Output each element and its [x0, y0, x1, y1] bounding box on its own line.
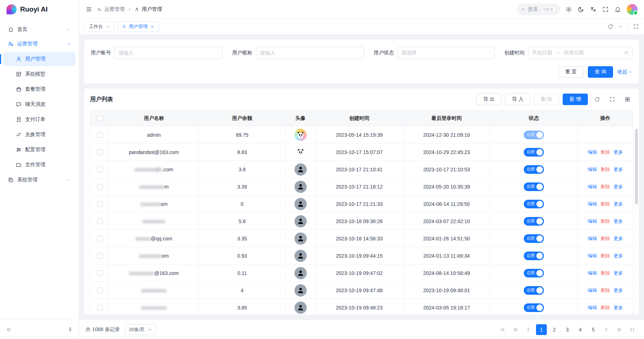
status-toggle[interactable]: 启用 — [524, 182, 544, 191]
delete-link[interactable]: 删除 — [601, 184, 610, 189]
export-button[interactable]: 导 出 — [476, 94, 501, 105]
status-toggle[interactable]: 启用 — [524, 148, 544, 157]
edit-link[interactable]: 编辑 — [588, 270, 597, 276]
prev-page-icon[interactable] — [523, 324, 534, 335]
settings-icon[interactable] — [566, 6, 572, 13]
status-toggle[interactable]: 启用 — [524, 131, 544, 139]
status-select[interactable]: 请选择 — [397, 47, 495, 59]
edit-link[interactable]: 编辑 — [588, 201, 597, 207]
add-button[interactable]: 新 增 — [563, 94, 588, 105]
edit-link[interactable]: 编辑 — [588, 149, 597, 155]
delete-link[interactable]: 删除 — [601, 236, 610, 241]
collapse-filter-link[interactable]: 收起 — [617, 69, 632, 75]
edit-link[interactable]: 编辑 — [588, 288, 597, 293]
sidebar-item-model[interactable]: 系统模型 — [4, 67, 75, 81]
more-link[interactable]: 更多 — [614, 218, 623, 224]
status-toggle[interactable]: 启用 — [524, 269, 544, 277]
status-toggle[interactable]: 启用 — [524, 234, 544, 243]
prev-5-pages-icon[interactable] — [510, 324, 521, 335]
first-page-icon[interactable] — [497, 324, 508, 335]
select-all-checkbox[interactable] — [97, 116, 103, 121]
sidebar-item-order[interactable]: 支付订单 — [4, 112, 75, 127]
account-input[interactable] — [114, 47, 222, 59]
page-button-3[interactable]: 3 — [562, 324, 573, 335]
refresh-tab-icon[interactable] — [608, 24, 613, 30]
delete-button[interactable]: 删 除 — [534, 94, 559, 105]
delete-link[interactable]: 删除 — [601, 253, 610, 258]
tab-options-icon[interactable] — [618, 24, 623, 29]
row-checkbox[interactable] — [97, 167, 103, 172]
delete-link[interactable]: 删除 — [601, 149, 610, 155]
status-toggle[interactable]: 启用 — [524, 303, 544, 312]
delete-link[interactable]: 删除 — [601, 270, 610, 276]
reset-button[interactable]: 重 置 — [558, 66, 584, 78]
status-toggle[interactable]: 启用 — [524, 252, 544, 260]
delete-link[interactable]: 删除 — [601, 305, 610, 310]
delete-link[interactable]: 删除 — [601, 201, 610, 207]
more-link[interactable]: 更多 — [614, 149, 623, 155]
sidebar-item-config[interactable]: 配置管理 — [4, 143, 75, 157]
delete-link[interactable]: 删除 — [601, 288, 610, 293]
column-settings-icon[interactable] — [622, 94, 633, 105]
more-link[interactable]: 更多 — [614, 270, 623, 276]
row-checkbox[interactable] — [97, 305, 103, 311]
last-page-icon[interactable] — [627, 324, 638, 335]
close-icon[interactable] — [105, 24, 110, 29]
close-icon[interactable] — [150, 24, 154, 29]
page-button-1[interactable]: 1 — [536, 324, 547, 335]
fullscreen-icon[interactable] — [602, 6, 609, 13]
row-checkbox[interactable] — [97, 149, 103, 155]
more-link[interactable]: 更多 — [614, 167, 623, 172]
more-link[interactable]: 更多 — [614, 236, 623, 241]
sidebar-item-system[interactable]: 系统管理 — [4, 173, 75, 187]
delete-link[interactable]: 删除 — [601, 167, 610, 172]
page-size-select[interactable]: 20条/页 — [125, 324, 156, 335]
bell-icon[interactable] — [614, 6, 621, 13]
table-fullscreen-icon[interactable] — [607, 94, 618, 105]
delete-link[interactable]: 删除 — [601, 218, 610, 224]
app-logo[interactable]: Ruoyi AI — [0, 0, 79, 19]
global-search[interactable]: 搜索 Ctrl K — [517, 4, 560, 15]
status-toggle[interactable]: 启用 — [524, 200, 544, 208]
user-avatar[interactable] — [627, 4, 638, 15]
row-checkbox[interactable] — [97, 288, 103, 293]
row-checkbox[interactable] — [97, 132, 103, 138]
edit-link[interactable]: 编辑 — [588, 167, 597, 172]
edit-link[interactable]: 编辑 — [588, 236, 597, 241]
nickname-input[interactable] — [256, 47, 364, 59]
row-checkbox[interactable] — [97, 236, 103, 241]
pin-sidebar-icon[interactable] — [67, 327, 73, 333]
page-button-5[interactable]: 5 — [588, 324, 599, 335]
row-checkbox[interactable] — [97, 201, 103, 207]
status-toggle[interactable]: 启用 — [524, 217, 544, 226]
tab-user-management[interactable]: 用户管理 — [117, 21, 159, 32]
status-toggle[interactable]: 启用 — [524, 286, 544, 295]
import-button[interactable]: 导 入 — [505, 94, 530, 105]
sidebar-item-operations[interactable]: 运营管理 — [4, 37, 75, 51]
sidebar-item-folder[interactable]: 文件管理 — [4, 158, 75, 172]
more-link[interactable]: 更多 — [614, 253, 623, 258]
more-link[interactable]: 更多 — [614, 184, 623, 189]
content-fullscreen-icon[interactable] — [633, 24, 639, 30]
row-checkbox[interactable] — [97, 253, 103, 259]
row-checkbox[interactable] — [97, 184, 103, 190]
breadcrumb-parent[interactable]: 运营管理 — [104, 6, 125, 13]
menu-toggle-icon[interactable] — [86, 6, 92, 13]
translate-icon[interactable] — [590, 6, 596, 13]
edit-link[interactable]: 编辑 — [588, 253, 597, 258]
sidebar-item-chat[interactable]: 聊天消息 — [4, 97, 75, 112]
sidebar-item-package[interactable]: 套餐管理 — [4, 82, 75, 96]
tab-workbench[interactable]: 工作台 — [84, 21, 114, 32]
status-toggle[interactable]: 启用 — [524, 165, 544, 174]
next-5-pages-icon[interactable] — [614, 324, 625, 335]
next-page-icon[interactable] — [601, 324, 612, 335]
query-button[interactable]: 查 询 — [588, 66, 613, 78]
page-button-4[interactable]: 4 — [575, 324, 586, 335]
sidebar-item-person[interactable]: 用户管理 — [4, 52, 75, 66]
vertical-scrollbar[interactable] — [635, 129, 638, 204]
refresh-table-icon[interactable] — [591, 94, 603, 105]
more-link[interactable]: 更多 — [614, 201, 623, 207]
edit-link[interactable]: 编辑 — [588, 184, 597, 189]
edit-link[interactable]: 编辑 — [588, 218, 597, 224]
row-checkbox[interactable] — [97, 218, 103, 224]
